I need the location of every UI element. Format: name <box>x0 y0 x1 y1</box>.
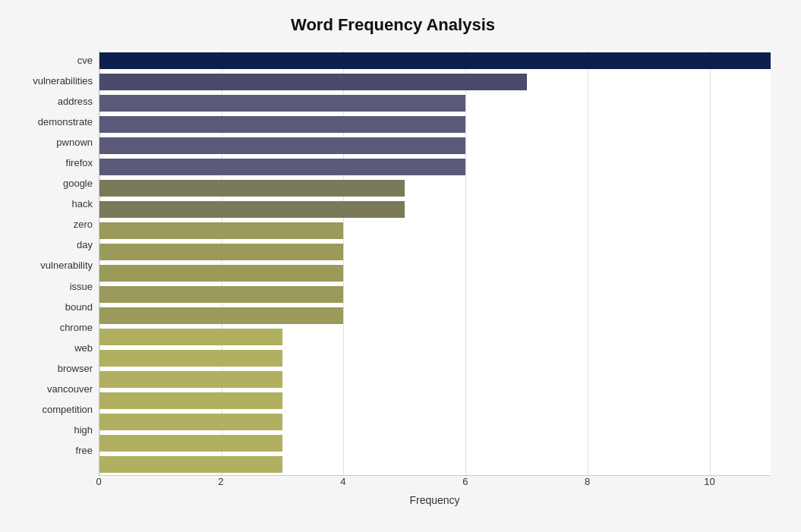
y-label: cve <box>77 50 93 71</box>
chart-container: Word Frequency Analysis cvevulnerabiliti… <box>0 0 801 532</box>
bar-row <box>99 156 771 178</box>
y-label: vulnerability <box>40 255 93 275</box>
chart-area: cvevulnerabilitiesaddressdemonstratepwno… <box>15 50 771 461</box>
y-label: competition <box>43 399 93 420</box>
x-tick-label: 6 <box>462 476 468 487</box>
bar-row <box>99 411 771 433</box>
y-axis-labels: cvevulnerabilitiesaddressdemonstratepwno… <box>15 50 99 461</box>
bar <box>99 392 282 409</box>
bar <box>99 244 343 260</box>
chart-title: Word Frequency Analysis <box>15 15 771 35</box>
bar <box>99 159 465 175</box>
y-label: vancouver <box>47 379 93 399</box>
bar <box>99 371 282 388</box>
bar <box>99 414 282 430</box>
bar <box>99 137 465 154</box>
y-label: vulnerabilities <box>33 71 93 91</box>
bars-wrapper <box>99 50 771 476</box>
bar-row <box>99 454 771 475</box>
x-tick-label: 10 <box>704 476 714 487</box>
bar <box>99 222 343 239</box>
bar <box>99 456 282 473</box>
bar <box>99 350 282 367</box>
bar-row <box>99 390 771 411</box>
x-tick-label: 8 <box>585 476 590 487</box>
y-label: chrome <box>60 317 93 338</box>
bar <box>99 329 282 345</box>
y-label: address <box>58 91 93 112</box>
bar-row <box>99 71 771 93</box>
bar <box>99 95 465 112</box>
x-axis-title: Frequency <box>99 494 771 506</box>
bar <box>99 52 771 69</box>
bar-row <box>99 93 771 114</box>
y-label: issue <box>70 276 93 297</box>
bar <box>99 74 527 90</box>
bar <box>99 435 282 452</box>
y-label: google <box>63 173 93 194</box>
bar-row <box>99 199 771 220</box>
y-label: pwnown <box>56 132 93 153</box>
bar-row <box>99 220 771 241</box>
y-label: high <box>74 420 93 440</box>
bar-row <box>99 50 771 71</box>
bar-row <box>99 135 771 156</box>
bar <box>99 307 343 324</box>
x-tick-label: 0 <box>96 476 101 487</box>
bar <box>99 265 343 282</box>
y-label: web <box>74 338 93 358</box>
bar <box>99 286 343 303</box>
bar-row <box>99 369 771 390</box>
y-label: free <box>76 440 93 461</box>
x-tick-label: 4 <box>340 476 345 487</box>
bar-row <box>99 178 771 199</box>
y-label: zero <box>74 214 93 235</box>
y-label: browser <box>58 358 93 379</box>
y-label: demonstrate <box>38 112 93 132</box>
x-tick-label: 2 <box>218 476 223 487</box>
bar-row <box>99 326 771 348</box>
bar <box>99 116 465 133</box>
y-label: day <box>77 235 93 255</box>
bar-row <box>99 263 771 284</box>
bar <box>99 201 405 218</box>
bar-row <box>99 114 771 135</box>
y-label: firefox <box>66 153 93 173</box>
y-label: bound <box>65 297 93 317</box>
bar-row <box>99 348 771 369</box>
bar <box>99 180 405 197</box>
bar-row <box>99 241 771 263</box>
bar-row <box>99 305 771 326</box>
y-label: hack <box>72 194 93 214</box>
bar-row <box>99 433 771 454</box>
bar-row <box>99 284 771 305</box>
